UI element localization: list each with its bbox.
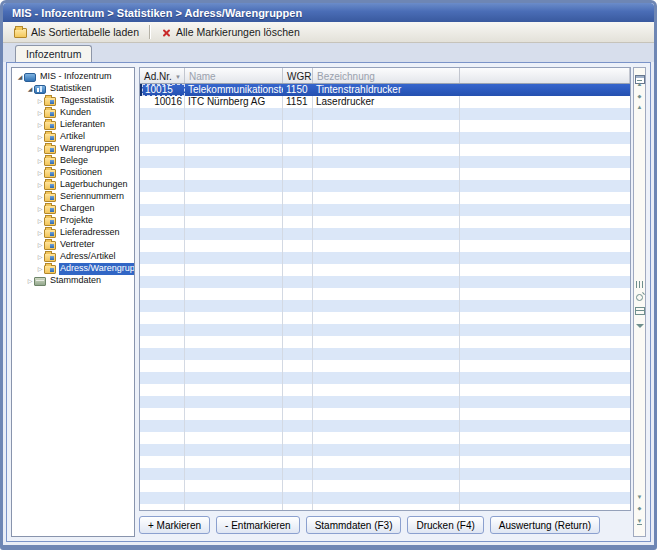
clear-marks-button[interactable]: Alle Markierungen löschen <box>155 23 306 41</box>
cell-wgr: 1150 <box>283 84 313 96</box>
expand-arrow-icon[interactable]: ▷ <box>36 107 44 119</box>
tree-item-adress-warengruppen[interactable]: ▷Adress/Warengruppen <box>14 263 134 275</box>
table-row[interactable]: 10016ITC Nürnberg AG1151Laserdrucker <box>140 96 630 108</box>
expand-arrow-icon[interactable]: ▷ <box>36 239 44 251</box>
tree-item-warengruppen[interactable]: ▷Warengruppen <box>14 143 134 155</box>
tree-item-label: MIS - Infozentrum <box>39 71 115 83</box>
tab-infozentrum[interactable]: Infozentrum <box>15 45 92 62</box>
tree-item-lieferadressen[interactable]: ▷Lieferadressen <box>14 227 134 239</box>
title-bar: MIS - Infozentrum > Statistiken > Adress… <box>3 3 654 22</box>
expand-arrow-icon[interactable]: ▷ <box>36 119 44 131</box>
tree-item-mis-infozentrum[interactable]: ◢MIS - Infozentrum <box>14 71 134 83</box>
page-down-icon[interactable] <box>634 505 645 511</box>
cell-wgr: 1151 <box>283 96 313 108</box>
column-separator <box>282 84 283 510</box>
column-header-label: WGR <box>287 71 311 82</box>
tree-item-artikel[interactable]: ▷Artikel <box>14 131 134 143</box>
cell-bezeichnung: Laserdrucker <box>313 96 460 108</box>
stat-folder-icon <box>44 181 56 190</box>
expand-arrow-icon[interactable]: ▷ <box>36 95 44 107</box>
tree-item-label: Positionen <box>59 167 105 179</box>
column-header-bezeichnung[interactable]: Bezeichnung <box>313 68 460 83</box>
print-button[interactable]: Drucken (F4) <box>407 516 483 534</box>
stat-folder-icon <box>44 145 56 154</box>
column-header-adnr[interactable]: Ad.Nr.▼ <box>140 68 185 83</box>
cell-name: ITC Nürnberg AG <box>185 96 283 108</box>
red-x-icon <box>161 27 172 38</box>
tree-item-chargen[interactable]: ▷Chargen <box>14 203 134 215</box>
table-icon[interactable] <box>634 301 645 309</box>
tree-item-statistiken[interactable]: ◢Statistiken <box>14 83 134 95</box>
expand-arrow-icon[interactable]: ▷ <box>36 143 44 155</box>
tree-item-label: Statistiken <box>49 83 95 95</box>
grid-header-row: Ad.Nr.▼NameWGRBezeichnung <box>140 68 630 84</box>
tree-item-belege[interactable]: ▷Belege <box>14 155 134 167</box>
tree-item-kunden[interactable]: ▷Kunden <box>14 107 134 119</box>
grid-body[interactable]: 10015Telekommunikationste1150Tintenstrah… <box>140 84 630 510</box>
data-grid: Ad.Nr.▼NameWGRBezeichnung 10015Telekommu… <box>139 67 631 511</box>
stammdaten-button[interactable]: Stammdaten (F3) <box>306 516 402 534</box>
toolbar-separator <box>149 25 151 39</box>
column-header-name[interactable]: Name <box>185 68 283 83</box>
expand-arrow-icon[interactable]: ▷ <box>36 167 44 179</box>
row-down-icon[interactable] <box>634 494 645 500</box>
expand-arrow-icon[interactable]: ▷ <box>36 215 44 227</box>
sort-descending-icon[interactable]: ▼ <box>175 74 181 80</box>
expand-arrow-icon[interactable]: ▷ <box>36 203 44 215</box>
column-header-filler[interactable] <box>460 68 630 83</box>
tree-item-projekte[interactable]: ▷Projekte <box>14 215 134 227</box>
expand-arrow-icon[interactable]: ▷ <box>36 155 44 167</box>
scroll-top-icon[interactable] <box>634 81 645 87</box>
tree-item-label: Adress/Artikel <box>59 251 119 263</box>
column-separator <box>459 84 460 510</box>
filter-icon[interactable] <box>634 314 645 322</box>
navigation-tree: ◢MIS - Infozentrum◢Statistiken▷Tagesstat… <box>11 67 135 537</box>
column-header-wgr[interactable]: WGR <box>283 68 313 83</box>
expand-arrow-icon[interactable]: ▷ <box>36 251 44 263</box>
expand-arrow-icon[interactable]: ▷ <box>36 227 44 239</box>
tree-item-vertreter[interactable]: ▷Vertreter <box>14 239 134 251</box>
row-up-icon[interactable] <box>634 104 645 110</box>
tree-item-label: Lieferadressen <box>59 227 123 239</box>
tree-item-label: Seriennummern <box>59 191 127 203</box>
cell-bezeichnung: Tintenstrahldrucker <box>313 84 460 96</box>
expand-arrow-icon[interactable]: ▷ <box>26 275 34 287</box>
column-separator <box>184 84 185 510</box>
tree-item-tagesstatistik[interactable]: ▷Tagesstatistik <box>14 95 134 107</box>
folder-open-icon <box>14 28 27 38</box>
load-sort-table-button[interactable]: Als Sortiertabelle laden <box>8 23 145 41</box>
grid-and-buttons: Ad.Nr.▼NameWGRBezeichnung 10015Telekommu… <box>139 67 631 537</box>
collapse-arrow-icon[interactable]: ◢ <box>16 71 24 83</box>
column-options-icon[interactable] <box>634 70 645 78</box>
page-up-icon[interactable] <box>634 93 645 99</box>
stat-folder-icon <box>44 121 56 130</box>
mark-button[interactable]: + Markieren <box>139 516 210 534</box>
tree-item-positionen[interactable]: ▷Positionen <box>14 167 134 179</box>
app-window: MIS - Infozentrum > Statistiken > Adress… <box>0 0 657 550</box>
scroll-bottom-icon[interactable] <box>634 518 645 524</box>
collapse-arrow-icon[interactable]: ◢ <box>26 83 34 95</box>
stat-folder-icon <box>44 193 56 202</box>
load-sort-table-label: Als Sortiertabelle laden <box>31 26 139 38</box>
expand-arrow-icon[interactable]: ▷ <box>36 191 44 203</box>
cell-name: Telekommunikationste <box>185 84 283 96</box>
tree-item-lieferanten[interactable]: ▷Lieferanten <box>14 119 134 131</box>
evaluate-button[interactable]: Auswertung (Return) <box>490 516 600 534</box>
infocenter-icon <box>24 73 36 82</box>
unmark-button[interactable]: - Entmarkieren <box>216 516 300 534</box>
expand-arrow-icon[interactable]: ▷ <box>36 131 44 143</box>
column-separator <box>312 84 313 510</box>
tree-item-label: Lieferanten <box>59 119 108 131</box>
search-icon[interactable] <box>634 287 645 296</box>
expand-arrow-icon[interactable]: ▷ <box>36 179 44 191</box>
tree-item-seriennummern[interactable]: ▷Seriennummern <box>14 191 134 203</box>
tree-item-adress-artikel[interactable]: ▷Adress/Artikel <box>14 251 134 263</box>
expand-arrow-icon[interactable]: ▷ <box>36 263 44 275</box>
fit-columns-icon[interactable] <box>634 274 645 281</box>
table-row[interactable]: 10015Telekommunikationste1150Tintenstrah… <box>140 84 630 96</box>
column-header-label: Name <box>189 71 216 82</box>
tree-item-stammdaten[interactable]: ▷Stammdaten <box>14 275 134 287</box>
window-title: MIS - Infozentrum > Statistiken > Adress… <box>12 7 302 19</box>
tree-item-label: Lagerbuchungen <box>59 179 131 191</box>
tree-item-lagerbuchungen[interactable]: ▷Lagerbuchungen <box>14 179 134 191</box>
